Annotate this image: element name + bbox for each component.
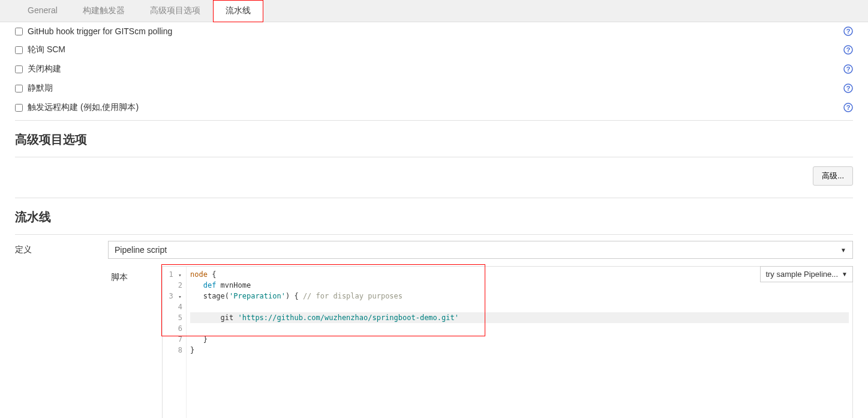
tab-general[interactable]: General <box>15 0 70 22</box>
sample-label: try sample Pipeline... <box>765 270 838 279</box>
tab-build-triggers[interactable]: 构建触发器 <box>70 0 137 22</box>
definition-label: 定义 <box>15 241 108 255</box>
definition-select[interactable]: Pipeline script ▼ <box>108 241 853 259</box>
svg-text:?: ? <box>846 85 851 92</box>
checkbox-poll-scm[interactable] <box>15 46 23 54</box>
definition-value: Pipeline script <box>115 245 167 255</box>
code-editor[interactable]: 1 ▾ 2 3 ▾ 4 5 6 7 8 node { def mvnHome s… <box>162 266 853 418</box>
trigger-row-github-hook: GitHub hook trigger for GITScm polling ? <box>15 22 853 40</box>
content-area: GitHub hook trigger for GITScm polling ?… <box>0 22 868 418</box>
label-disable-build: 关闭构建 <box>28 64 61 74</box>
label-remote-build: 触发远程构建 (例如,使用脚本) <box>28 102 139 113</box>
chevron-down-icon: ▼ <box>842 271 848 277</box>
advanced-button[interactable]: 高级... <box>813 166 853 186</box>
section-title-pipeline: 流水线 <box>15 198 853 231</box>
chevron-down-icon: ▼ <box>840 247 846 253</box>
checkbox-quiet-period[interactable] <box>15 85 23 92</box>
svg-text:?: ? <box>846 28 851 35</box>
section-title-advanced: 高级项目选项 <box>15 121 853 154</box>
help-icon[interactable]: ? <box>843 83 853 93</box>
checkbox-remote-build[interactable] <box>15 104 23 112</box>
code-content[interactable]: node { def mvnHome stage('Preparation') … <box>187 267 852 418</box>
trigger-row-disable-build: 关闭构建 ? <box>15 59 853 79</box>
trigger-row-quiet-period: 静默期 ? <box>15 79 853 98</box>
help-icon[interactable]: ? <box>843 103 853 112</box>
label-quiet-period: 静默期 <box>28 83 53 94</box>
svg-text:?: ? <box>846 46 851 53</box>
tab-pipeline[interactable]: 流水线 <box>213 0 263 22</box>
help-icon[interactable]: ? <box>843 45 853 55</box>
gutter: 1 ▾ 2 3 ▾ 4 5 6 7 8 <box>163 267 187 418</box>
sample-pipeline-select[interactable]: try sample Pipeline... ▼ <box>760 266 853 282</box>
label-poll-scm: 轮询 SCM <box>28 44 65 55</box>
svg-text:?: ? <box>846 104 851 111</box>
script-section: ? 脚本 try sample Pipeline... ▼ 1 ▾ 2 3 ▾ … <box>15 265 853 418</box>
checkbox-disable-build[interactable] <box>15 65 23 73</box>
tabs-bar: General 构建触发器 高级项目选项 流水线 <box>0 0 868 22</box>
script-label: 脚本 <box>111 272 128 283</box>
help-icon[interactable]: ? <box>843 26 853 36</box>
svg-text:?: ? <box>846 65 851 73</box>
label-github-hook: GitHub hook trigger for GITScm polling <box>28 26 172 36</box>
checkbox-github-hook[interactable] <box>15 28 23 35</box>
help-icon[interactable]: ? <box>843 64 853 74</box>
trigger-row-poll-scm: 轮询 SCM ? <box>15 40 853 59</box>
trigger-row-remote-build: 触发远程构建 (例如,使用脚本) ? <box>15 98 853 117</box>
definition-row: 定义 Pipeline script ▼ <box>15 235 853 265</box>
tab-advanced-options[interactable]: 高级项目选项 <box>137 0 213 22</box>
